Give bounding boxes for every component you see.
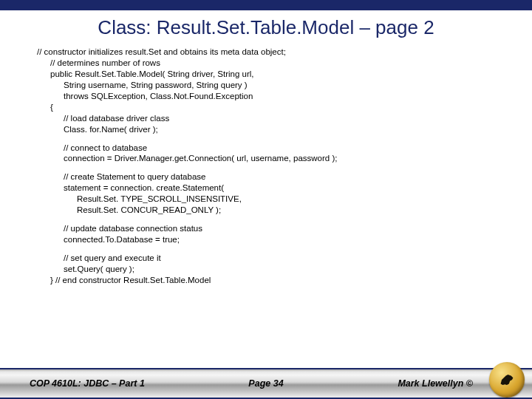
code-line: Result.Set. CONCUR_READ_ONLY ); (37, 205, 495, 216)
code-line: statement = connection. create.Statement… (37, 183, 495, 194)
slide-footer: COP 4610L: JDBC – Part 1 Page 34 Mark Ll… (0, 368, 532, 399)
code-line: set.Query( query ); (37, 264, 495, 275)
code-listing: // constructor initializes result.Set an… (0, 47, 532, 286)
footer-course: COP 4610L: JDBC – Part 1 (30, 378, 145, 389)
code-line: String username, String password, String… (37, 80, 495, 91)
code-line: // set query and execute it (37, 253, 495, 264)
code-line: connection = Driver.Manager.get.Connecti… (37, 153, 495, 164)
code-line: // constructor initializes result.Set an… (37, 47, 495, 58)
code-line: connected.To.Database = true; (37, 234, 495, 245)
code-line: throws SQLException, Class.Not.Found.Exc… (37, 91, 495, 102)
code-line: // create Statement to query database (37, 171, 495, 183)
code-line: public Result.Set.Table.Model( String dr… (37, 69, 495, 80)
code-line: Result.Set. TYPE_SCROLL_INSENSITIVE, (37, 194, 495, 205)
code-line: // connect to database (37, 143, 495, 154)
footer-author: Mark Llewellyn © (398, 378, 473, 389)
code-line: { (37, 102, 495, 113)
slide-title: Class: Result.Set.Table.Model – page 2 (0, 10, 532, 47)
code-line: // load database driver class (37, 113, 495, 124)
code-line: Class. for.Name( driver ); (37, 124, 495, 135)
footer-bar: COP 4610L: JDBC – Part 1 Page 34 Mark Ll… (0, 368, 532, 399)
university-seal-icon (489, 362, 525, 398)
footer-page: Page 34 (248, 378, 283, 389)
top-accent-bar (0, 0, 532, 10)
code-line: // determines number of rows (37, 58, 495, 69)
code-line: // update database connection status (37, 223, 495, 234)
code-line: } // end constructor Result.Set.Table.Mo… (37, 275, 495, 286)
